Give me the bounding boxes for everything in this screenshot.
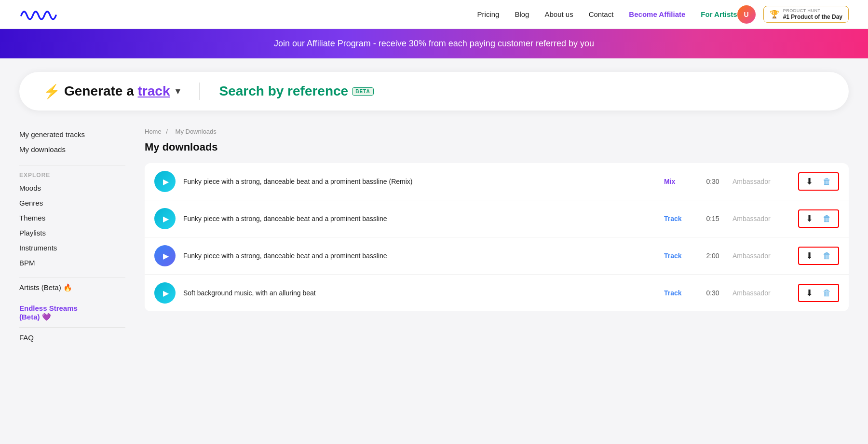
- sidebar-item-endless[interactable]: Endless Streams (Beta) 💜: [19, 304, 78, 321]
- affiliate-banner[interactable]: Join our Affiliate Program - receive 30%…: [0, 29, 868, 58]
- sidebar-item-themes[interactable]: Themes: [19, 211, 125, 224]
- track-duration: 0:30: [701, 289, 725, 297]
- ph-title: #1 Product of the Day: [783, 14, 842, 20]
- endless-section: Endless Streams (Beta) 💜: [19, 298, 125, 321]
- blog-link[interactable]: Blog: [515, 10, 529, 18]
- sidebar-item-artists[interactable]: Artists (Beta) 🔥: [19, 281, 72, 294]
- track-title: Funky piece with a strong, danceable bea…: [183, 178, 656, 185]
- delete-button[interactable]: 🗑: [820, 250, 834, 262]
- main-layout: My generated tracks My downloads EXPLORE…: [0, 124, 868, 342]
- track-duration: 0:30: [701, 178, 725, 185]
- sidebar-item-bpm[interactable]: BPM: [19, 256, 125, 269]
- explore-section-label: EXPLORE: [19, 166, 125, 181]
- divider: [199, 83, 200, 100]
- logo[interactable]: [19, 6, 58, 23]
- generate-prefix: Generate a: [64, 83, 138, 98]
- contact-link[interactable]: Contact: [589, 10, 614, 18]
- track-type[interactable]: Track: [664, 289, 693, 297]
- sidebar-item-playlists[interactable]: Playlists: [19, 226, 125, 239]
- table-row: ▶ Soft background music, with an allurin…: [145, 275, 849, 311]
- play-icon: ▶: [163, 177, 169, 186]
- track-type[interactable]: Track: [664, 215, 693, 222]
- breadcrumb-separator: /: [166, 128, 168, 135]
- track-title: Funky piece with a strong, danceable bea…: [183, 215, 656, 222]
- play-icon: ▶: [163, 214, 169, 223]
- search-bar: ⚡ Generate a track ▾ Search by reference…: [19, 72, 849, 111]
- faq-section: FAQ: [19, 327, 125, 342]
- endless-sublabel: (Beta) 💜: [19, 313, 51, 321]
- sidebar-item-moods[interactable]: Moods: [19, 181, 125, 194]
- sidebar-item-instruments[interactable]: Instruments: [19, 241, 125, 254]
- delete-button[interactable]: 🗑: [820, 213, 834, 225]
- track-actions: ⬇ 🗑: [798, 209, 839, 228]
- sidebar-nav: My generated tracks My downloads: [19, 128, 125, 156]
- breadcrumb-current: My Downloads: [176, 128, 217, 135]
- generate-label: Generate a track: [64, 83, 170, 99]
- sidebar: My generated tracks My downloads EXPLORE…: [19, 124, 125, 342]
- sidebar-item-faq[interactable]: FAQ: [19, 331, 34, 344]
- play-icon: ▶: [163, 251, 169, 261]
- play-button[interactable]: ▶: [154, 171, 176, 192]
- track-plan: Ambassador: [732, 252, 790, 260]
- ph-label: PRODUCT HUNT: [783, 8, 842, 14]
- track-type[interactable]: Mix: [664, 178, 693, 185]
- download-button[interactable]: ⬇: [803, 175, 816, 188]
- artists-section: Artists (Beta) 🔥: [19, 277, 125, 292]
- breadcrumb: Home / My Downloads: [145, 128, 849, 135]
- navbar: Pricing Blog About us Contact Become Aff…: [0, 0, 868, 29]
- play-icon: ▶: [163, 289, 169, 298]
- generate-tab[interactable]: ⚡ Generate a track ▾: [43, 83, 180, 99]
- nav-links: Pricing Blog About us Contact Become Aff…: [477, 10, 737, 18]
- track-actions: ⬇ 🗑: [798, 247, 839, 265]
- track-actions: ⬇ 🗑: [798, 172, 839, 191]
- delete-button[interactable]: 🗑: [820, 176, 834, 188]
- ph-text: PRODUCT HUNT #1 Product of the Day: [783, 8, 842, 20]
- producthunt-badge: 🏆 PRODUCT HUNT #1 Product of the Day: [763, 6, 849, 23]
- play-button[interactable]: ▶: [154, 282, 176, 304]
- chevron-down-icon: ▾: [176, 86, 180, 97]
- track-plan: Ambassador: [732, 289, 790, 297]
- table-row: ▶ Funky piece with a strong, danceable b…: [145, 237, 849, 275]
- generate-link: track: [138, 83, 170, 98]
- play-button[interactable]: ▶: [154, 245, 176, 266]
- track-duration: 2:00: [701, 252, 725, 260]
- search-ref-label: Search by reference: [219, 83, 348, 99]
- tracks-table: ▶ Funky piece with a strong, danceable b…: [145, 163, 849, 311]
- avatar[interactable]: U: [737, 5, 756, 24]
- track-plan: Ambassador: [732, 178, 790, 185]
- pricing-link[interactable]: Pricing: [477, 10, 500, 18]
- table-row: ▶ Funky piece with a strong, danceable b…: [145, 200, 849, 237]
- trophy-icon: 🏆: [770, 10, 779, 19]
- track-plan: Ambassador: [732, 215, 790, 222]
- search-reference-tab[interactable]: Search by reference BETA: [219, 83, 373, 99]
- track-type[interactable]: Track: [664, 252, 693, 260]
- main-content: Home / My Downloads My downloads ▶ Funky…: [145, 124, 849, 342]
- banner-text: Join our Affiliate Program - receive 30%…: [274, 39, 594, 48]
- track-title: Soft background music, with an alluring …: [183, 289, 656, 297]
- for-artists-link[interactable]: For Artists: [701, 10, 737, 18]
- lightning-icon: ⚡: [43, 83, 60, 99]
- download-button[interactable]: ⬇: [803, 212, 816, 225]
- download-button[interactable]: ⬇: [803, 250, 816, 262]
- track-duration: 0:15: [701, 215, 725, 222]
- sidebar-item-my-tracks[interactable]: My generated tracks: [19, 128, 125, 141]
- breadcrumb-home[interactable]: Home: [145, 128, 162, 135]
- affiliate-link[interactable]: Become Affiliate: [629, 10, 685, 18]
- track-title: Funky piece with a strong, danceable bea…: [183, 252, 656, 260]
- sidebar-explore: Moods Genres Themes Playlists Instrument…: [19, 181, 125, 269]
- play-button[interactable]: ▶: [154, 208, 176, 229]
- beta-badge: BETA: [352, 87, 373, 96]
- download-button[interactable]: ⬇: [803, 287, 816, 299]
- sidebar-item-genres[interactable]: Genres: [19, 196, 125, 209]
- table-row: ▶ Funky piece with a strong, danceable b…: [145, 163, 849, 200]
- endless-label: Endless Streams: [19, 304, 78, 312]
- delete-button[interactable]: 🗑: [820, 287, 834, 299]
- page-title: My downloads: [145, 141, 849, 153]
- about-link[interactable]: About us: [544, 10, 573, 18]
- sidebar-item-my-downloads[interactable]: My downloads: [19, 143, 125, 156]
- track-actions: ⬇ 🗑: [798, 284, 839, 302]
